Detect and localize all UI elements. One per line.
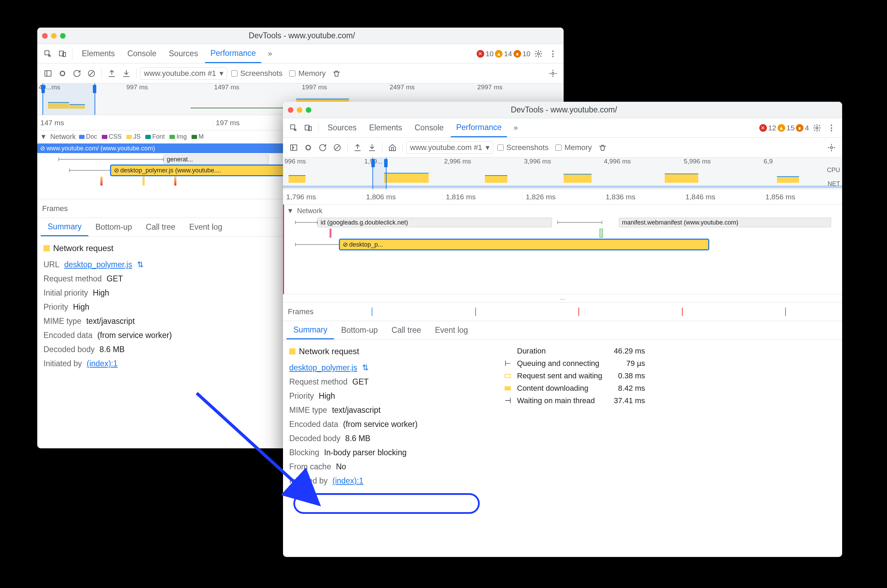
tab-performance[interactable]: Performance <box>451 118 507 137</box>
tab-sources[interactable]: Sources <box>322 118 362 137</box>
error-badge[interactable]: ✕10 <box>477 50 493 58</box>
tab-performance[interactable]: Performance <box>205 44 262 63</box>
initiator-link[interactable]: (index):1 <box>332 476 363 486</box>
issue-badge[interactable]: ∎4 <box>796 124 809 132</box>
more-tabs-icon[interactable]: » <box>263 47 276 60</box>
swap-icon[interactable]: ⇅ <box>362 363 368 372</box>
memory-toggle[interactable]: Memory <box>286 69 328 78</box>
screenshots-toggle[interactable]: Screenshots <box>495 143 551 152</box>
gc-icon[interactable] <box>596 141 609 154</box>
network-request-row[interactable]: manifest.webmanifest (www.youtube.com) <box>619 218 831 227</box>
network-request-row-selected[interactable]: ⊘desktop_p... <box>340 240 708 249</box>
timing-label: Duration <box>517 346 602 356</box>
frames-strip[interactable]: Frames <box>283 303 842 321</box>
titlebar[interactable]: DevTools - www.youtube.com/ <box>37 28 564 44</box>
timeline-minimap[interactable]: 996 ms 1,99... 2,996 ms 3,996 ms 4,996 m… <box>283 158 842 189</box>
disclosure-icon[interactable]: ▼ <box>287 207 294 215</box>
home-icon[interactable] <box>386 141 399 154</box>
subtab-summary[interactable]: Summary <box>286 321 334 339</box>
tab-console[interactable]: Console <box>122 44 162 63</box>
network-request-label: desktop_p... <box>349 241 383 248</box>
toggle-sidebar-icon[interactable] <box>41 67 54 80</box>
subtab-call-tree[interactable]: Call tree <box>385 321 428 339</box>
error-badge[interactable]: ✕12 <box>759 124 776 132</box>
disclosure-icon[interactable]: ▼ <box>40 133 47 141</box>
viewport-handle-left[interactable] <box>371 159 375 167</box>
warning-badge[interactable]: ▲14 <box>495 50 512 58</box>
screenshots-toggle[interactable]: Screenshots <box>229 69 285 78</box>
viewport-handle-left[interactable] <box>41 85 45 93</box>
memory-toggle[interactable]: Memory <box>553 143 594 152</box>
titlebar[interactable]: DevTools - www.youtube.com/ <box>283 102 842 118</box>
memory-label: Memory <box>564 143 592 152</box>
minimap-tick: 996 ms <box>283 158 363 165</box>
reload-icon[interactable] <box>71 67 84 80</box>
timing-value: 8.42 ms <box>607 384 645 393</box>
devtools-tabs: Sources Elements Console Performance » ✕… <box>283 118 842 138</box>
subtab-event-log[interactable]: Event log <box>428 321 475 339</box>
minimap-tick: 1997 ms <box>301 84 388 91</box>
subtab-summary[interactable]: Summary <box>41 218 88 236</box>
task-marker <box>600 229 603 238</box>
tab-sources[interactable]: Sources <box>163 44 203 63</box>
minimap-tick: 2997 ms <box>476 84 564 91</box>
clear-icon[interactable] <box>85 67 98 80</box>
network-request-row[interactable]: id (googleads.g.doubleclick.net) <box>317 218 552 227</box>
inspect-icon[interactable] <box>287 122 300 135</box>
subtab-call-tree[interactable]: Call tree <box>139 218 183 236</box>
cpu-label: CPU <box>827 166 840 174</box>
url-link[interactable]: desktop_polymer.js <box>289 363 357 372</box>
settings-icon[interactable] <box>810 122 824 135</box>
device-icon[interactable] <box>302 122 315 135</box>
kebab-icon[interactable]: ⋮ <box>546 47 559 60</box>
download-icon[interactable] <box>120 67 133 80</box>
download-icon[interactable] <box>365 141 379 154</box>
more-tabs-icon[interactable]: » <box>508 122 522 135</box>
recording-dropdown[interactable]: www.youtube.com #1 ▾ <box>406 141 493 154</box>
devtools-window-b: DevTools - www.youtube.com/ Sources Elem… <box>283 102 842 557</box>
network-lane[interactable]: ▼ Network id (googleads.g.doubleclick.ne… <box>283 204 842 294</box>
record-icon[interactable] <box>302 141 315 154</box>
subtab-event-log[interactable]: Event log <box>182 218 229 236</box>
reload-icon[interactable] <box>316 141 329 154</box>
inspect-icon[interactable] <box>41 47 54 60</box>
minimize-icon[interactable] <box>297 107 302 113</box>
close-icon[interactable] <box>42 33 48 39</box>
settings-icon[interactable] <box>532 47 545 60</box>
tab-elements[interactable]: Elements <box>76 44 120 63</box>
zoom-icon[interactable] <box>306 107 311 113</box>
device-icon[interactable] <box>56 47 69 60</box>
zoom-icon[interactable] <box>60 33 66 39</box>
minimap-tick: 4,996 ms <box>603 158 683 165</box>
timeline-ruler[interactable]: 1,796 ms 1,806 ms 1,816 ms 1,826 ms 1,83… <box>283 189 842 204</box>
kv-value: text/javascript <box>86 316 135 326</box>
clear-icon[interactable] <box>331 141 344 154</box>
record-icon[interactable] <box>56 67 69 80</box>
close-icon[interactable] <box>288 107 293 113</box>
viewport-handle-right[interactable] <box>384 159 388 167</box>
network-whisker <box>295 244 340 245</box>
tab-console[interactable]: Console <box>409 118 449 137</box>
subtab-bottom-up[interactable]: Bottom-up <box>334 321 385 339</box>
url-link[interactable]: desktop_polymer.js <box>64 260 132 269</box>
tab-elements[interactable]: Elements <box>364 118 407 137</box>
warning-badge[interactable]: ▲15 <box>777 124 794 132</box>
recording-dropdown[interactable]: www.youtube.com #1 ▾ <box>140 67 227 80</box>
capture-settings-icon[interactable] <box>825 141 838 154</box>
upload-icon[interactable] <box>105 67 119 80</box>
gc-icon[interactable] <box>330 67 343 80</box>
issue-badge[interactable]: ∎10 <box>514 50 531 58</box>
timing-icon <box>503 374 512 378</box>
swap-icon[interactable]: ⇅ <box>137 260 144 269</box>
capture-settings-icon[interactable] <box>546 67 559 80</box>
traffic-lights <box>288 107 311 113</box>
initiator-link[interactable]: (index):1 <box>87 359 117 368</box>
viewport-handle-right[interactable] <box>93 85 96 93</box>
upload-icon[interactable] <box>351 141 364 154</box>
network-request-row[interactable]: generat... <box>164 154 269 164</box>
collapsed-tracks-indicator[interactable]: … <box>283 294 842 303</box>
kebab-icon[interactable]: ⋮ <box>825 122 838 135</box>
subtab-bottom-up[interactable]: Bottom-up <box>88 218 139 236</box>
toggle-sidebar-icon[interactable] <box>287 141 300 154</box>
minimize-icon[interactable] <box>51 33 57 39</box>
